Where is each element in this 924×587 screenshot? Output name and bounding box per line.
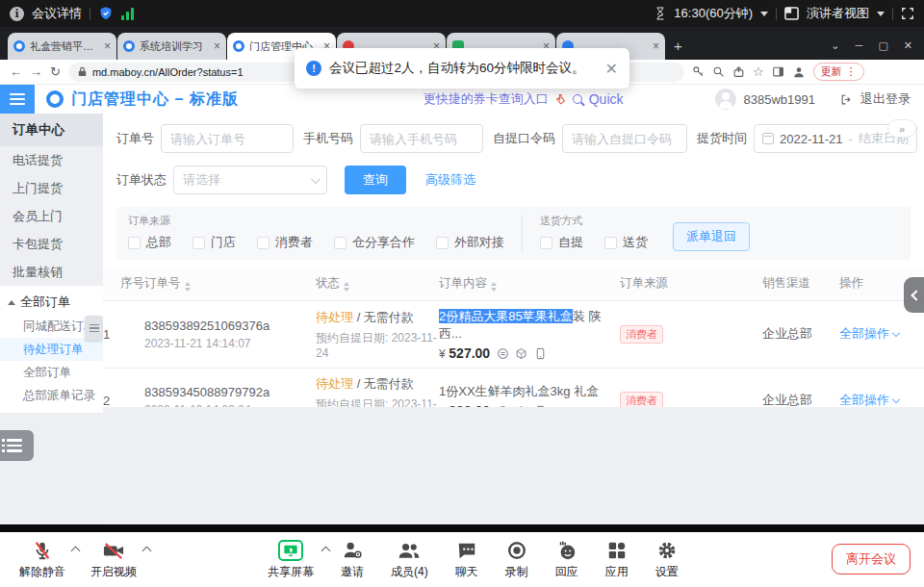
sidebar-item-phone-pickup[interactable]: 电话提货 xyxy=(0,146,103,174)
app-title: 门店管理中心 – 标准版 xyxy=(71,89,239,110)
col-status[interactable]: 状态 xyxy=(316,268,439,300)
network-signal-icon[interactable] xyxy=(121,7,134,20)
checkbox-icon[interactable] xyxy=(604,237,617,249)
invite-button[interactable]: 邀请 xyxy=(341,540,364,580)
tab-close-icon[interactable]: × xyxy=(104,39,111,53)
quick-entry-text[interactable]: 更快捷的券卡查询入口 xyxy=(424,90,549,108)
logout-link[interactable]: 退出登录 xyxy=(860,90,911,108)
pickup-code-input[interactable] xyxy=(562,124,687,153)
checkbox-external[interactable]: 外部对接 xyxy=(436,234,504,251)
bookmark-star-icon[interactable]: ☆ xyxy=(753,64,764,79)
window-maximize-icon[interactable]: ▢ xyxy=(878,39,887,52)
new-tab-button[interactable]: + xyxy=(674,38,682,54)
forward-icon[interactable]: → xyxy=(30,64,42,79)
checkbox-hq[interactable]: 总部 xyxy=(128,234,171,251)
voucher-icon[interactable] xyxy=(497,347,509,360)
window-minimize-icon[interactable]: ─ xyxy=(856,39,863,52)
sidebar-drag-handle[interactable] xyxy=(85,316,103,341)
kebab-menu-icon[interactable]: ⋮ xyxy=(846,65,857,78)
sidebar-item-pending-orders[interactable]: 待处理订单 xyxy=(0,338,103,361)
zoom-icon[interactable] xyxy=(712,65,725,78)
settings-button[interactable]: 设置 xyxy=(655,540,679,580)
tab-search-icon[interactable]: ⌄ xyxy=(831,39,839,52)
user-avatar[interactable] xyxy=(715,89,736,110)
menu-toggle-button[interactable] xyxy=(0,85,35,114)
view-mode-label[interactable]: 演讲者视图 xyxy=(807,5,869,22)
sidebar-item-batch-verify[interactable]: 批量核销 xyxy=(0,258,103,286)
mic-options-caret[interactable] xyxy=(71,546,81,555)
chrome-update-chip[interactable]: 更新⋮ xyxy=(813,63,864,81)
package-icon[interactable] xyxy=(515,347,527,360)
meeting-details-label[interactable]: 会议详情 xyxy=(32,5,82,22)
panel-collapse-handle[interactable] xyxy=(904,277,924,313)
record-icon xyxy=(506,540,527,561)
chat-button[interactable]: 聊天 xyxy=(455,540,478,580)
sort-icon[interactable] xyxy=(491,282,497,292)
checkbox-icon[interactable] xyxy=(192,237,205,249)
timer-dropdown-icon[interactable] xyxy=(760,12,768,16)
sidebar-item-member-visit[interactable]: 会员上门 xyxy=(0,202,103,230)
window-close-icon[interactable]: ✕ xyxy=(904,39,912,52)
sidebar-item-all-orders[interactable]: 全部订单 xyxy=(0,361,103,384)
security-shield-icon[interactable] xyxy=(98,6,114,21)
phone-label: 手机号码 xyxy=(303,130,353,147)
fullscreen-icon[interactable] xyxy=(901,7,914,20)
sidebar-item-card-pickup[interactable]: 卡包提货 xyxy=(0,230,103,258)
checkbox-icon[interactable] xyxy=(334,237,346,249)
tab-close-icon[interactable]: × xyxy=(214,39,220,53)
share-icon[interactable] xyxy=(732,65,745,78)
apps-button[interactable]: 应用 xyxy=(605,540,629,580)
checkbox-delivery[interactable]: 送货 xyxy=(604,234,648,251)
unmute-button[interactable]: 解除静音 xyxy=(19,540,65,580)
sales-channel: 企业总部 xyxy=(762,393,812,407)
quick-label[interactable]: Quick xyxy=(589,91,624,107)
checkbox-icon[interactable] xyxy=(128,237,141,249)
browser-tab-2[interactable]: 系统培训学习 × xyxy=(117,33,226,60)
sort-icon[interactable] xyxy=(185,282,191,292)
checkbox-icon[interactable] xyxy=(257,237,270,249)
notification-close-icon[interactable]: ✕ xyxy=(605,60,618,78)
floating-list-button[interactable] xyxy=(0,430,34,461)
phone-input[interactable] xyxy=(360,124,483,153)
sort-icon[interactable] xyxy=(344,282,349,292)
sidebar-item-door-pickup[interactable]: 上门提货 xyxy=(0,174,103,202)
start-video-button[interactable]: 开启视频 xyxy=(90,540,137,580)
tab-close-icon[interactable]: × xyxy=(653,39,659,53)
quick-entry-link[interactable]: 更快捷的券卡查询入口 Quick xyxy=(424,90,624,108)
col-content[interactable]: 订单内容 xyxy=(439,268,620,300)
advanced-filter-link[interactable]: 高级筛选 xyxy=(425,171,475,189)
browser-tab-1[interactable]: 礼盒营销平台管理中心 × xyxy=(8,33,116,60)
meeting-notification: ! 会议已超过2人，自动转为60分钟限时会议。 ✕ xyxy=(295,48,629,89)
date-start-value[interactable]: 2022-11-21 xyxy=(780,132,843,146)
sidebar-group-header[interactable]: 全部订单 xyxy=(0,290,103,315)
share-options-caret[interactable] xyxy=(321,546,331,555)
checkbox-icon[interactable] xyxy=(540,237,552,249)
checkbox-consumer[interactable]: 消费者 xyxy=(257,234,313,251)
back-icon[interactable]: ← xyxy=(10,64,22,79)
meeting-info-icon[interactable]: i xyxy=(10,7,24,21)
refresh-icon[interactable]: ↻ xyxy=(50,64,61,79)
leave-meeting-button[interactable]: 离开会议 xyxy=(832,544,911,574)
view-dropdown-icon[interactable] xyxy=(877,12,885,16)
col-order-no[interactable]: 订单号 xyxy=(144,268,316,300)
members-button[interactable]: 成员(4) xyxy=(391,540,428,580)
video-options-caret[interactable] xyxy=(142,546,152,555)
checkbox-self-pickup[interactable]: 自提 xyxy=(540,234,583,251)
all-actions-dropdown[interactable]: 全部操作 xyxy=(839,325,899,343)
reactions-button[interactable]: 回应 xyxy=(555,540,578,580)
key-icon[interactable] xyxy=(692,65,705,78)
share-screen-button[interactable]: 共享屏幕 xyxy=(268,540,314,580)
profile-icon[interactable] xyxy=(792,65,806,79)
order-status-select[interactable]: 请选择 xyxy=(173,166,327,194)
checkbox-warehouse-share[interactable]: 仓分享合作 xyxy=(334,234,415,251)
record-button[interactable]: 录制 xyxy=(505,540,528,580)
filter-expander-button[interactable]: » xyxy=(887,119,916,138)
checkbox-icon[interactable] xyxy=(436,237,449,249)
order-no-input[interactable] xyxy=(161,124,294,153)
checkbox-store[interactable]: 门店 xyxy=(192,234,236,251)
side-panel-icon[interactable] xyxy=(772,65,784,78)
phone-icon[interactable] xyxy=(534,347,547,360)
sidebar-item-hq-dispatch-log[interactable]: 总部派单记录 xyxy=(0,384,103,407)
dispatch-return-button[interactable]: 派单退回 xyxy=(673,222,750,251)
search-button[interactable]: 查询 xyxy=(345,166,406,194)
